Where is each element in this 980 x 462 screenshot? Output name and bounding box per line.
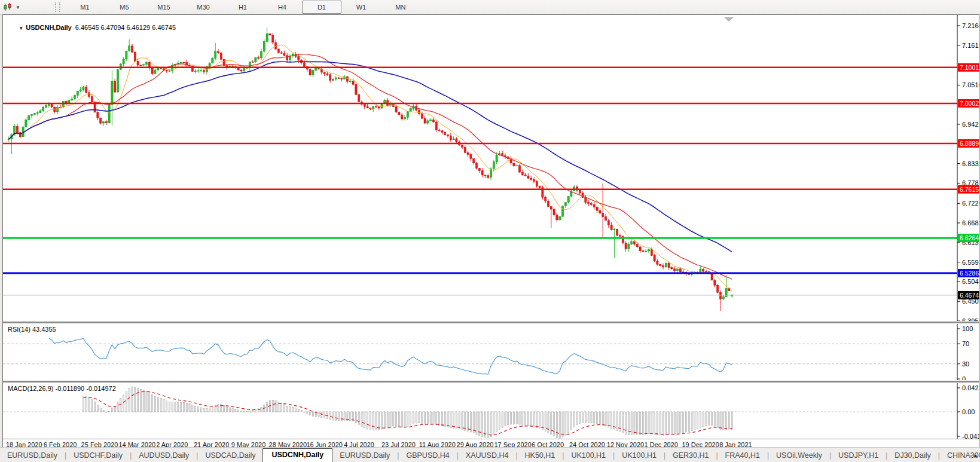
chart-tab-uk100-h1[interactable]: UK100,H1 bbox=[615, 449, 664, 462]
timeframe-button-w1[interactable]: W1 bbox=[341, 1, 381, 14]
macd-canvas[interactable]: 0.0422750.00-0.04148 bbox=[3, 383, 979, 439]
svg-text:6.76157: 6.76157 bbox=[960, 186, 979, 193]
mt4-terminal: { "toolbar": { "chart_type_icon": "candl… bbox=[0, 0, 980, 462]
svg-text:30: 30 bbox=[962, 360, 969, 368]
svg-text:6.72265: 6.72265 bbox=[962, 200, 979, 207]
svg-text:6.50485: 6.50485 bbox=[962, 278, 979, 285]
chart-tab-eurusd-daily[interactable]: EURUSD,Daily bbox=[332, 449, 397, 462]
chart-tab-xauusd-h4[interactable]: XAUUSD,H4 bbox=[459, 449, 516, 462]
svg-text:0: 0 bbox=[962, 375, 966, 380]
chart-window: 7.216007.161557.051006.942106.833206.778… bbox=[2, 14, 979, 448]
chart-tab-hk50-h1[interactable]: HK50,H1 bbox=[518, 449, 563, 462]
svg-text:7.16155: 7.16155 bbox=[962, 42, 979, 49]
macd-panel: 0.0422750.00-0.04148 MACD(12,26,9) -0.01… bbox=[3, 383, 979, 439]
candlestick-chart-icon[interactable] bbox=[2, 2, 14, 13]
chart-tab-dj30-daily[interactable]: DJ30,Daily bbox=[887, 449, 938, 462]
svg-text:-0.04148: -0.04148 bbox=[962, 433, 979, 439]
toolbar-grip[interactable] bbox=[55, 2, 60, 12]
svg-text:7.21600: 7.21600 bbox=[962, 22, 979, 29]
svg-text:0.00: 0.00 bbox=[962, 408, 975, 415]
timeframe-button-m15[interactable]: M15 bbox=[144, 1, 184, 14]
tab-scroll-arrows[interactable]: ◂▸ bbox=[969, 452, 978, 460]
svg-text:0.042275: 0.042275 bbox=[962, 384, 979, 391]
chart-tab-eurusd-daily[interactable]: EURUSD,Daily bbox=[0, 449, 65, 462]
chart-tab-usoil-weekly[interactable]: USOil,Weekly bbox=[769, 449, 829, 462]
svg-text:6.94210: 6.94210 bbox=[962, 121, 979, 128]
timeframe-button-m1[interactable]: M1 bbox=[65, 1, 105, 14]
chart-tab-usdjpy-h1[interactable]: USDJPY,H1 bbox=[831, 449, 886, 462]
svg-text:70: 70 bbox=[962, 340, 969, 347]
svg-text:6.62646: 6.62646 bbox=[960, 234, 979, 241]
svg-text:100: 100 bbox=[962, 325, 973, 332]
svg-text:7.10011: 7.10011 bbox=[960, 64, 979, 71]
svg-text:6.52865: 6.52865 bbox=[960, 270, 979, 277]
timeframe-button-h1[interactable]: H1 bbox=[223, 1, 262, 14]
svg-text:6.83320: 6.83320 bbox=[962, 160, 979, 167]
svg-text:6.66820: 6.66820 bbox=[962, 219, 979, 227]
chart-tab-usdcad-daily[interactable]: USDCAD,Daily bbox=[198, 449, 262, 462]
timeframe-button-group: M1M5M15M30H1H4D1W1MN bbox=[65, 1, 420, 14]
main-chart-panel: 7.216007.161557.051006.942106.833206.778… bbox=[3, 15, 979, 321]
chart-tab-ger30-h1[interactable]: GER30,H1 bbox=[665, 449, 716, 462]
rsi-panel: 10070300 RSI(14) 43.4355 bbox=[3, 324, 979, 380]
chart-tab-uk100-h1[interactable]: UK100,H1 bbox=[564, 449, 613, 462]
chart-tab-fra40-h1[interactable]: FRA40,H1 bbox=[718, 449, 767, 462]
svg-text:6.39595: 6.39595 bbox=[962, 317, 979, 321]
chart-tab-usdcnh-daily[interactable]: USDCNH,Daily bbox=[262, 448, 332, 462]
timeframe-button-d1[interactable]: D1 bbox=[302, 1, 341, 14]
timeframe-button-m5[interactable]: M5 bbox=[105, 1, 144, 14]
chevron-down-icon[interactable]: ▼ bbox=[16, 5, 20, 10]
svg-text:6.88897: 6.88897 bbox=[960, 140, 979, 147]
chart-tab-gbpusd-h4[interactable]: GBPUSD,H4 bbox=[399, 449, 456, 462]
chart-tab-bar: EURUSD,Daily|USDCHF,Daily|AUDUSD,Daily|U… bbox=[0, 447, 980, 462]
main-chart-canvas[interactable]: 7.216007.161557.051006.942106.833206.778… bbox=[3, 15, 979, 321]
timeframe-button-mn[interactable]: MN bbox=[381, 1, 420, 14]
chart-tab-audusd-daily[interactable]: AUDUSD,Daily bbox=[132, 449, 196, 462]
svg-text:7.00029: 7.00029 bbox=[960, 100, 979, 107]
chart-tab-usdchf-daily[interactable]: USDCHF,Daily bbox=[66, 449, 130, 462]
svg-text:6.46745: 6.46745 bbox=[960, 292, 979, 299]
rsi-canvas[interactable]: 10070300 bbox=[3, 324, 979, 380]
timeframe-button-h4[interactable]: H4 bbox=[262, 1, 302, 14]
tab-scroll-left-icon[interactable]: ◂ bbox=[969, 452, 972, 459]
timeframe-button-m30[interactable]: M30 bbox=[184, 1, 223, 14]
toolbar: ▼ M1M5M15M30H1H4D1W1MN bbox=[0, 0, 980, 15]
svg-text:7.05100: 7.05100 bbox=[962, 81, 979, 88]
svg-text:6.55930: 6.55930 bbox=[962, 259, 979, 266]
tab-scroll-right-icon[interactable]: ▸ bbox=[974, 452, 978, 459]
